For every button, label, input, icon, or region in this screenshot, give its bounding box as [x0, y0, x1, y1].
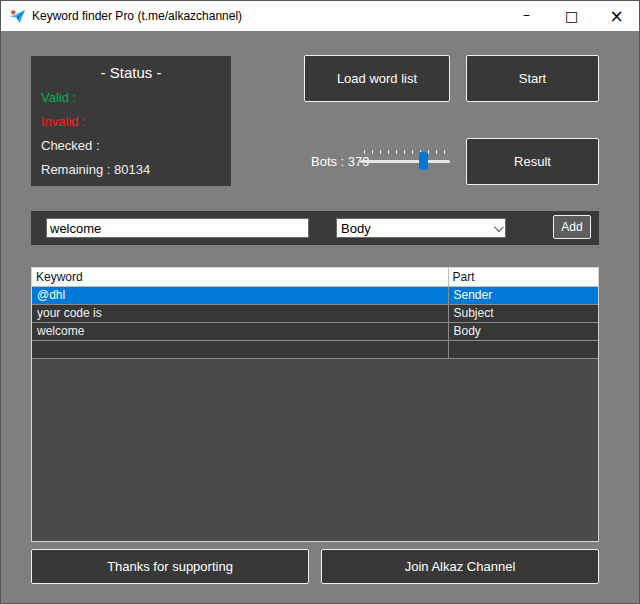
cell-keyword — [32, 340, 448, 358]
cell-keyword: welcome — [32, 322, 448, 340]
cell-part: Body — [448, 322, 598, 340]
bots-slider[interactable] — [360, 147, 450, 173]
chevron-down-icon — [494, 222, 504, 232]
table-row[interactable]: your code is Subject — [32, 304, 598, 322]
cell-part: Sender — [448, 286, 598, 304]
table-row[interactable]: @dhl Sender — [32, 286, 598, 304]
slider-track — [360, 160, 450, 163]
status-invalid-label: Invalid : — [41, 114, 231, 129]
status-title: - Status - — [31, 64, 231, 81]
maximize-button[interactable]: □ — [549, 1, 594, 31]
join-channel-button[interactable]: Join Alkaz Channel — [321, 549, 599, 584]
window-controls: – □ × — [504, 1, 639, 31]
table-row[interactable] — [32, 340, 598, 358]
status-panel: - Status - Valid : Invalid : Checked : R… — [31, 56, 231, 186]
cell-keyword: @dhl — [32, 286, 448, 304]
slider-thumb[interactable] — [419, 152, 428, 170]
app-icon — [9, 8, 26, 25]
titlebar: Keyword finder Pro (t.me/alkazchannel) –… — [1, 1, 639, 31]
status-remaining-label: Remaining : 80134 — [41, 162, 231, 177]
start-button[interactable]: Start — [466, 55, 599, 102]
add-button[interactable]: Add — [553, 215, 591, 239]
column-header-keyword[interactable]: Keyword — [32, 268, 448, 286]
slider-ticks — [364, 150, 446, 154]
table-row[interactable]: welcome Body — [32, 322, 598, 340]
status-valid-label: Valid : — [41, 90, 231, 105]
close-button[interactable]: × — [594, 1, 639, 31]
part-dropdown[interactable]: Body — [336, 218, 506, 238]
part-dropdown-value: Body — [341, 221, 371, 236]
minimize-button[interactable]: – — [504, 1, 549, 31]
keyword-input[interactable] — [46, 218, 309, 238]
thanks-button[interactable]: Thanks for supporting — [31, 549, 309, 584]
load-word-list-button[interactable]: Load word list — [304, 55, 450, 102]
cell-keyword: your code is — [32, 304, 448, 322]
keyword-table-body: @dhl Sender your code is Subject welcome… — [32, 286, 598, 358]
app-window: Keyword finder Pro (t.me/alkazchannel) –… — [0, 0, 640, 604]
table-header-row: Keyword Part — [32, 268, 598, 286]
result-button[interactable]: Result — [466, 138, 599, 185]
column-header-part[interactable]: Part — [448, 268, 598, 286]
status-checked-label: Checked : — [41, 138, 231, 153]
table-empty-area — [32, 359, 598, 539]
keyword-table[interactable]: Keyword Part @dhl Sender your code is Su… — [31, 267, 599, 542]
cell-part: Subject — [448, 304, 598, 322]
window-title: Keyword finder Pro (t.me/alkazchannel) — [32, 9, 242, 23]
cell-part — [448, 340, 598, 358]
